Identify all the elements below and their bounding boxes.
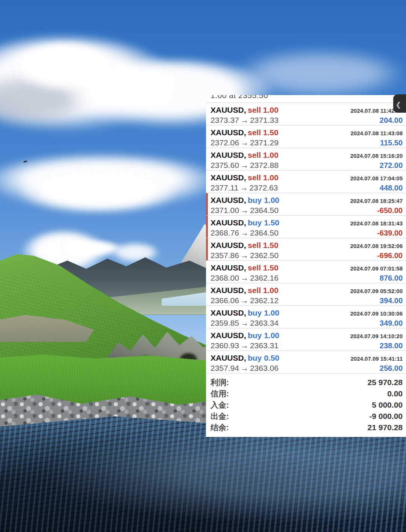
trade-action: sell 1.00 [248,106,279,114]
trade-profit: 256.00 [380,364,403,373]
trade-symbol: XAUUSD, [211,241,246,249]
summary-label: 信用: [211,388,229,399]
trade-symbol: XAUUSD, [211,151,246,159]
open-price: 2375.60 [211,161,239,169]
trade-prices: 2360.93→2363.31 [211,341,279,350]
trade-symbol: XAUUSD, [211,128,246,137]
trade-row[interactable]: XAUUSD, buy 0.50 2024.07.09 15:41:11 235… [206,351,406,373]
trade-profit: 394.00 [380,296,403,305]
trade-row-line1: XAUUSD, buy 1.00 2024.07.08 18:25:47 [211,193,403,205]
cloud [19,175,177,214]
trade-row-line1: XAUUSD, buy 0.50 2024.07.09 15:41:11 [211,351,403,363]
open-price: 2360.93 [211,341,239,350]
trade-datetime: 2024.07.09 10:30:06 [350,310,403,317]
trade-prices: 2371.00→2364.50 [211,206,279,215]
trade-row[interactable]: XAUUSD, sell 1.00 2024.07.09 05:52:00 23… [206,283,406,306]
summary-label: 入金: [211,400,229,410]
summary-value: -9 000.00 [369,412,403,421]
arrow-right-icon: → [239,296,250,305]
trade-row[interactable]: XAUUSD, buy 1.50 2024.07.08 18:31:43 236… [206,216,406,238]
trade-row[interactable]: XAUUSD, buy 1.00 2024.07.08 18:25:47 237… [206,193,406,216]
trade-datetime: 2024.07.09 14:10:20 [350,333,403,339]
trade-profit: -696.00 [377,251,403,260]
trade-symbol: XAUUSD, [211,196,246,204]
summary-value: 5 000.00 [372,401,403,410]
trade-title: XAUUSD, buy 1.50 [211,218,279,227]
trade-row[interactable]: XAUUSD, sell 1.00 2024.07.08 17:04:05 23… [206,171,406,193]
trade-datetime: 2024.07.08 19:52:06 [350,243,403,249]
trade-action: buy 1.50 [248,218,279,227]
trade-row-line2: 2357.94→2363.06 256.00 [211,363,403,373]
back-button[interactable]: ‹ [393,94,406,113]
trade-datetime: 2024.07.08 17:04:05 [350,175,403,181]
trade-title: XAUUSD, sell 1.50 [211,263,279,272]
trade-action: buy 1.00 [248,308,279,317]
cloud [111,243,160,263]
trade-profit: 238.00 [380,342,403,350]
trade-row-line1: XAUUSD, buy 1.00 2024.07.09 14:10:20 [211,328,403,340]
trade-prices: 2366.06→2362.12 [211,296,279,305]
open-price: 2377.11 [211,183,238,192]
close-price: 2371.33 [250,116,279,124]
summary-row: 信用: 0.00 [211,388,403,400]
close-price: 2362.50 [250,251,279,260]
trade-row[interactable]: XAUUSD, sell 1.50 2024.07.08 19:52:06 23… [206,238,406,261]
trade-row[interactable]: XAUUSD, sell 1.50 2024.07.08 11:43:08 23… [206,125,406,148]
trade-title: XAUUSD, sell 1.00 [211,106,279,115]
close-price: 2371.29 [250,138,279,147]
trade-title: XAUUSD, buy 0.50 [211,354,279,363]
open-price: 2359.85 [211,319,239,327]
trade-symbol: XAUUSD, [211,331,246,340]
close-price: 2363.31 [250,341,279,350]
trade-row[interactable]: XAUUSD, sell 1.00 2024.07.08 11:42:02 23… [206,103,406,125]
trade-action: sell 1.50 [248,241,279,249]
trade-datetime: 2024.07.08 15:16:20 [350,153,403,159]
trade-action: sell 1.50 [248,128,279,137]
trade-row[interactable]: XAUUSD, buy 1.00 2024.07.09 10:30:06 235… [206,306,406,328]
close-price: 2363.34 [250,319,279,327]
trade-history-panel: 1.00 at 2355.50 XAUUSD, sell 1.00 2024.0… [206,95,406,437]
trade-action: buy 1.00 [248,196,279,204]
trade-row[interactable]: XAUUSD, sell 1.50 2024.07.09 07:01:58 23… [206,261,406,283]
open-price: 2371.00 [211,206,239,215]
trade-symbol: XAUUSD, [211,106,246,114]
trade-datetime: 2024.07.09 05:52:00 [350,288,403,294]
trade-action: sell 1.50 [248,263,279,272]
trade-row-line1: XAUUSD, buy 1.50 2024.07.08 18:31:43 [211,216,403,227]
summary-value: 21 970.28 [368,423,403,432]
arrow-right-icon: → [239,364,250,372]
trade-profit: 272.00 [380,161,403,170]
trade-title: XAUUSD, sell 1.00 [211,151,279,160]
trade-row-line2: 2371.00→2364.50 -650.00 [211,205,403,215]
close-price: 2372.63 [249,183,278,192]
trade-datetime: 2024.07.09 07:01:58 [350,265,403,272]
trade-symbol: XAUUSD, [211,173,246,182]
trade-title: XAUUSD, sell 1.00 [211,173,279,182]
summary-row: 出金: -9 000.00 [211,411,403,422]
trade-profit: -650.00 [377,206,403,215]
trade-prices: 2373.37→2371.33 [211,116,279,125]
open-price: 2366.06 [211,296,239,305]
trade-title: XAUUSD, sell 1.50 [211,241,279,250]
trade-row-line1: XAUUSD, sell 1.00 2024.07.08 17:04:05 [211,171,403,182]
trade-prices: 2375.60→2372.88 [211,161,279,170]
trade-symbol: XAUUSD, [211,263,246,272]
summary-label: 结余: [211,422,229,433]
arrow-right-icon: → [239,228,250,237]
clipped-history-row[interactable]: 1.00 at 2355.50 [206,95,406,103]
trade-row-line2: 2377.11→2372.63 448.00 [211,182,403,192]
trade-row[interactable]: XAUUSD, sell 1.00 2024.07.08 15:16:20 23… [206,148,406,171]
trade-prices: 2368.00→2362.16 [211,274,279,283]
summary-label: 出金: [211,411,229,422]
trade-row-line1: XAUUSD, sell 1.00 2024.07.09 05:52:00 [211,283,403,295]
trade-row[interactable]: XAUUSD, buy 1.00 2024.07.09 14:10:20 236… [206,328,406,351]
summary-label: 利润: [211,377,229,388]
trade-title: XAUUSD, buy 1.00 [211,196,279,205]
trade-action: buy 0.50 [248,354,279,362]
clipped-row-text: 1.00 at 2355.50 [211,95,268,100]
trade-row-line2: 2372.06→2371.29 115.50 [211,137,403,147]
trade-title: XAUUSD, sell 1.00 [211,286,279,295]
trade-prices: 2377.11→2372.63 [211,183,278,192]
loss-marker-bar [206,216,208,238]
trade-datetime: 2024.07.08 18:25:47 [350,198,403,204]
